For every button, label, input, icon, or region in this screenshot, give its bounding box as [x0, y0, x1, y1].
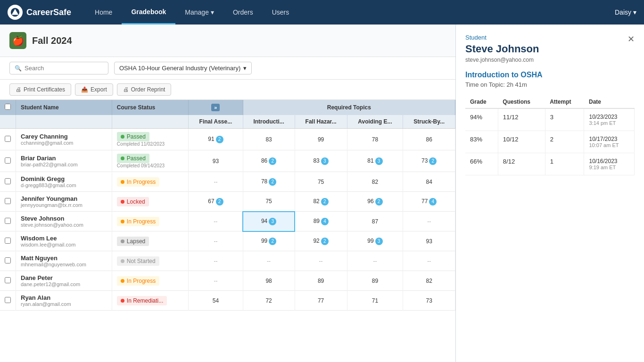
nav-arrows-button[interactable]: »	[211, 104, 220, 111]
score-cell[interactable]: 93	[189, 150, 243, 172]
row-checkbox-cell[interactable]	[0, 291, 16, 311]
table-row[interactable]: Wisdom Lee wisdom.lee@gmail.com Lapsed -…	[0, 231, 455, 251]
nav-users[interactable]: Users	[263, 0, 299, 25]
score-cell[interactable]: 774	[403, 192, 455, 212]
table-row[interactable]: Matt Nguyen mhnemail@nguyenweb.com Not S…	[0, 251, 455, 271]
print-certificates-button[interactable]: 🖨 Print Certificates	[9, 83, 71, 96]
score-cell[interactable]: 862	[243, 150, 295, 172]
row-checkbox-cell[interactable]	[0, 231, 16, 251]
score-cell[interactable]: 992	[243, 231, 295, 251]
score-cell[interactable]: 922	[295, 231, 347, 251]
row-checkbox-cell[interactable]	[0, 271, 16, 291]
attempt-badge[interactable]: 4	[321, 218, 329, 225]
table-row[interactable]: Carey Channing cchanning@gmail.com Passe…	[0, 129, 455, 150]
row-checkbox[interactable]	[5, 218, 11, 224]
score-cell[interactable]: 75	[243, 192, 295, 212]
score-cell[interactable]: 93	[403, 231, 455, 251]
row-checkbox[interactable]	[5, 257, 11, 263]
attempt-badge[interactable]: 2	[216, 198, 223, 206]
attempt-badge[interactable]: 3	[375, 157, 383, 165]
score-cell[interactable]: 83	[243, 129, 295, 150]
status-cell: In Progress	[112, 212, 188, 231]
score-cell[interactable]: 962	[347, 192, 403, 212]
table-row[interactable]: Steve Johnson steve.johnson@yahoo.com In…	[0, 212, 455, 231]
score-cell[interactable]: 894	[295, 212, 347, 231]
score-cell[interactable]: 82	[403, 271, 455, 291]
score-cell[interactable]: 822	[295, 192, 347, 212]
table-row[interactable]: Jennifer Youngman jennyyoungman@tx.rr.co…	[0, 192, 455, 212]
row-checkbox[interactable]	[5, 297, 11, 303]
row-checkbox-cell[interactable]	[0, 172, 16, 192]
row-checkbox-cell[interactable]	[0, 129, 16, 150]
row-checkbox[interactable]	[5, 136, 11, 142]
score-cell[interactable]: 54	[189, 291, 243, 311]
score-cell[interactable]: 86	[403, 129, 455, 150]
score-cell[interactable]: 75	[295, 172, 347, 192]
attempt-badge[interactable]: 2	[375, 198, 383, 206]
nav-home[interactable]: Home	[85, 0, 122, 25]
row-checkbox[interactable]	[5, 198, 11, 204]
score-cell[interactable]: 813	[347, 150, 403, 172]
row-checkbox-cell[interactable]	[0, 212, 16, 231]
table-row[interactable]: Dominik Gregg d-gregg883@gmail.com In Pr…	[0, 172, 455, 192]
order-reprint-button[interactable]: 🖨 Order Reprint	[117, 83, 172, 96]
search-input[interactable]	[25, 65, 103, 72]
score-cell[interactable]: 84	[403, 172, 455, 192]
score-cell[interactable]: 87	[347, 212, 403, 231]
row-checkbox[interactable]	[5, 178, 11, 184]
attempt-badge[interactable]: 4	[429, 198, 437, 206]
score-cell[interactable]: 89	[347, 271, 403, 291]
row-checkbox-cell[interactable]	[0, 192, 16, 212]
status-cell: In Remediati...	[112, 291, 188, 311]
score-cell[interactable]: 78	[347, 129, 403, 150]
attempt-badge[interactable]: 2	[216, 136, 223, 143]
row-checkbox-cell[interactable]	[0, 251, 16, 271]
table-row[interactable]: Briar Darian briar-path22@gmail.com Pass…	[0, 150, 455, 172]
attempt-badge[interactable]: 2	[321, 238, 329, 245]
status-dot	[121, 156, 124, 160]
table-row[interactable]: Dane Peter dane.peter12@gmail.com In Pro…	[0, 271, 455, 291]
score-cell[interactable]: 89	[295, 271, 347, 291]
score-cell[interactable]: 672	[189, 192, 243, 212]
score-cell[interactable]: 993	[347, 231, 403, 251]
status-badge: In Remediati...	[117, 296, 167, 305]
score-cell[interactable]: 82	[347, 172, 403, 192]
nav-gradebook[interactable]: Gradebook	[122, 0, 175, 25]
course-dropdown[interactable]: OSHA 10-Hour General Industry (Veterinar…	[114, 62, 252, 74]
close-panel-button[interactable]: ✕	[627, 34, 635, 44]
attempt-badge[interactable]: 3	[321, 157, 329, 165]
row-checkbox-cell[interactable]	[0, 150, 16, 172]
search-icon: 🔍	[15, 65, 22, 72]
search-box[interactable]: 🔍	[9, 62, 108, 74]
row-checkbox[interactable]	[5, 277, 11, 283]
export-button[interactable]: 📤 Export	[75, 83, 113, 96]
nav-orders[interactable]: Orders	[223, 0, 263, 25]
attempt-badge[interactable]: 2	[269, 178, 276, 186]
attempt-badge[interactable]: 2	[321, 198, 329, 206]
score-cell[interactable]: 77	[295, 291, 347, 311]
table-row[interactable]: Ryan Alan ryan.alan@gmail.com In Remedia…	[0, 291, 455, 311]
attempt-badge[interactable]: 3	[375, 238, 383, 245]
brand[interactable]: CareerSafe	[8, 5, 71, 20]
score-cell[interactable]: 943	[243, 212, 295, 231]
nav-manage[interactable]: Manage ▾	[175, 0, 223, 25]
score-cell[interactable]: 782	[243, 172, 295, 192]
select-all-checkbox[interactable]	[5, 104, 11, 110]
score-cell[interactable]: 912	[189, 129, 243, 150]
score-cell[interactable]: 98	[243, 271, 295, 291]
score-cell[interactable]: 732	[403, 150, 455, 172]
row-checkbox[interactable]	[5, 157, 11, 164]
score-cell[interactable]: 99	[295, 129, 347, 150]
row-checkbox[interactable]	[5, 238, 11, 244]
score-cell[interactable]: 71	[347, 291, 403, 311]
user-menu[interactable]: Daisy ▾	[615, 8, 636, 16]
attempt-badge[interactable]: 3	[269, 218, 276, 225]
student-email: d-gregg883@gmail.com	[21, 182, 107, 188]
attempt-badge[interactable]: 2	[269, 238, 276, 245]
score-cell[interactable]: 833	[295, 150, 347, 172]
score-cell[interactable]: 73	[403, 291, 455, 311]
score-cell[interactable]: 72	[243, 291, 295, 311]
attempt-badge[interactable]: 2	[429, 157, 437, 165]
attempt-badge[interactable]: 2	[269, 157, 276, 165]
status-dot	[121, 299, 124, 303]
